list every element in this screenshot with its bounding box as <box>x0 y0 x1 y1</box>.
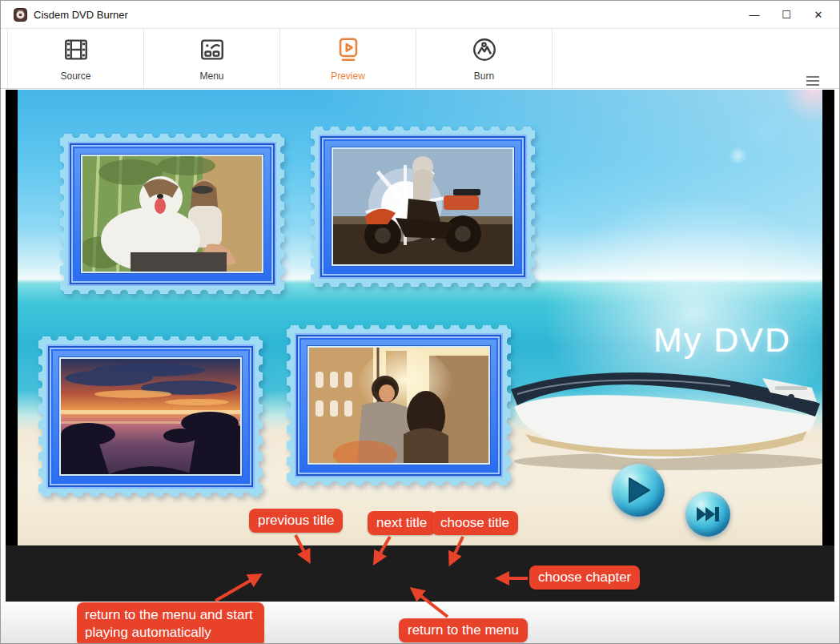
preview-play-icon <box>335 36 362 66</box>
window-title: Cisdem DVD Burner <box>34 9 128 21</box>
tab-menu-label: Menu <box>199 70 223 82</box>
tab-preview[interactable]: Preview <box>280 29 416 88</box>
tab-burn[interactable]: Burn <box>416 29 553 88</box>
dvd-preview-area: My DVD <box>6 90 834 545</box>
playback-bar: 00:00:00 00:00:15 <box>6 545 834 602</box>
cisdem-app-icon <box>14 8 27 22</box>
girl-with-dog-thumbnail <box>81 155 263 273</box>
play-button[interactable] <box>612 464 665 517</box>
annotation-choose-chapter: choose chapter <box>529 566 640 590</box>
annotation-next-title: next title <box>368 511 436 535</box>
boat-image <box>506 351 822 476</box>
burn-disc-icon <box>471 36 498 66</box>
annotation-return-menu-auto: return to the menu and start playing aut… <box>77 602 264 644</box>
maximize-button[interactable]: ☐ <box>770 2 802 26</box>
couple-in-city-thumbnail <box>307 346 490 465</box>
minimize-button[interactable]: — <box>738 2 770 26</box>
tab-preview-label: Preview <box>331 70 365 82</box>
video-title-2-motorbike[interactable] <box>311 127 535 287</box>
title-bar: Cisdem DVD Burner — ☐ ✕ <box>1 1 839 29</box>
tab-burn-label: Burn <box>474 70 494 82</box>
motorbike-sunrise-thumbnail <box>332 147 514 266</box>
stamp-frame <box>68 142 276 286</box>
video-title-1-girl-with-dog[interactable] <box>60 134 284 294</box>
stamp-frame <box>46 344 255 489</box>
tropical-sunset-thumbnail <box>59 357 242 476</box>
video-title-3-tropical-sunset[interactable] <box>38 336 263 497</box>
tab-menu[interactable]: Menu <box>144 29 280 88</box>
skip-next-button[interactable] <box>685 492 730 537</box>
stamp-frame <box>319 135 527 279</box>
close-button[interactable]: ✕ <box>802 2 834 26</box>
tab-source[interactable]: Source <box>7 29 144 88</box>
tab-source-label: Source <box>60 70 90 82</box>
annotation-return-menu: return to the menu <box>399 618 528 642</box>
menu-template-icon <box>199 36 226 66</box>
annotation-previous-title: previous title <box>249 509 343 533</box>
annotation-choose-title: choose title <box>432 511 518 535</box>
app-window: Cisdem DVD Burner — ☐ ✕ Source Menu Prev… <box>0 0 840 644</box>
video-title-4-couple-in-city[interactable] <box>287 325 511 485</box>
stamp-frame <box>295 333 503 477</box>
film-strip-icon <box>62 36 90 66</box>
toolbar: Source Menu Preview Burn <box>1 29 839 89</box>
dvd-menu-scene: My DVD <box>18 90 822 545</box>
hamburger-menu-icon[interactable] <box>806 75 820 87</box>
